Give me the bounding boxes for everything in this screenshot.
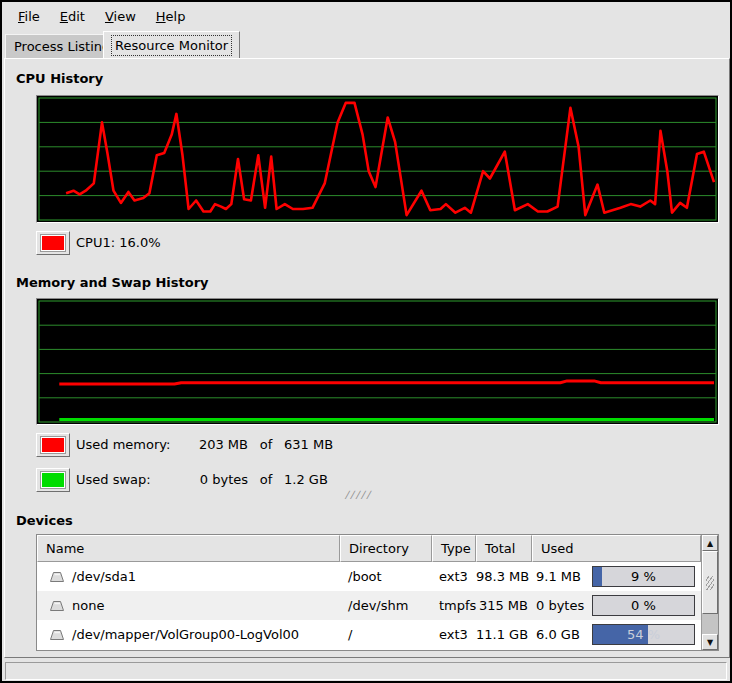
usage-progress-label: 54 %: [593, 625, 694, 644]
column-header-name[interactable]: Name: [37, 535, 340, 562]
used-swap-of: of: [248, 468, 284, 492]
column-header-type[interactable]: Type: [432, 535, 476, 562]
device-used-value: 9.1 MB: [536, 569, 581, 584]
menu-edit[interactable]: Edit: [50, 4, 95, 29]
device-directory-cell: /boot: [340, 569, 432, 584]
devices-table: Name Directory Type Total Used /dev/sda1…: [36, 534, 719, 651]
tab-resource-monitor-label: Resource Monitor: [112, 36, 231, 55]
cpu-color-swatch: [41, 235, 65, 251]
menu-help[interactable]: Help: [146, 4, 196, 29]
device-name-cell: /dev/mapper/VolGroup00-LogVol00: [37, 627, 340, 642]
used-memory-color-button[interactable]: [36, 433, 70, 457]
column-header-total[interactable]: Total: [476, 535, 532, 562]
disk-icon: [49, 571, 65, 583]
menu-view[interactable]: View: [95, 4, 146, 29]
notebook-body: CPU History CPU1: 16.0% Memory and Swap …: [4, 58, 730, 658]
used-swap-label: Used swap:: [76, 468, 182, 492]
device-name: /dev/mapper/VolGroup00-LogVol00: [72, 627, 299, 642]
cpu-section-title: CPU History: [16, 71, 103, 86]
device-directory-cell: /: [340, 627, 432, 642]
used-swap-total: 1.2 GB: [284, 468, 389, 492]
cpu-legend-label: CPU1: 16.0%: [76, 231, 161, 255]
menubar: File Edit View Help: [4, 2, 728, 30]
cpu-history-graph: [36, 95, 719, 223]
device-type-cell: ext3: [432, 627, 476, 642]
devices-table-header: Name Directory Type Total Used: [37, 535, 701, 562]
scroll-down-icon[interactable]: ▼: [702, 634, 718, 650]
devices-scrollbar[interactable]: ▲ ▼: [701, 535, 718, 650]
device-used-cell: 6.0 GB54 %: [532, 624, 701, 645]
devices-table-inner: Name Directory Type Total Used /dev/sda1…: [37, 535, 701, 650]
used-memory-color-swatch: [41, 437, 65, 453]
usage-progress-label: 9 %: [593, 567, 694, 586]
device-total-cell: 11.1 GB: [476, 627, 532, 642]
devices-section-title: Devices: [16, 513, 73, 528]
column-header-used[interactable]: Used: [532, 535, 701, 562]
device-directory-cell: /dev/shm: [340, 598, 432, 613]
device-name-cell: /dev/sda1: [37, 569, 340, 584]
pane-resize-grip[interactable]: /////: [345, 489, 372, 500]
device-total-cell: 315 MB: [476, 598, 532, 613]
used-swap-value: 0 bytes: [182, 468, 248, 492]
disk-icon: [49, 600, 65, 612]
used-memory-value: 203 MB: [182, 433, 248, 457]
scrollbar-thumb[interactable]: [702, 551, 718, 614]
disk-icon: [49, 629, 65, 641]
device-name-cell: none: [37, 598, 340, 613]
memory-swap-history-graph: [36, 298, 719, 425]
table-row[interactable]: none/dev/shmtmpfs315 MB0 bytes0 %: [37, 591, 701, 620]
table-row[interactable]: /dev/sda1/bootext398.3 MB9.1 MB9 %: [37, 562, 701, 591]
used-swap-legend: Used swap: 0 bytes of 1.2 GB: [76, 468, 389, 492]
device-used-cell: 9.1 MB9 %: [532, 566, 701, 587]
usage-progress-bar: 54 %: [592, 624, 695, 645]
devices-table-body: /dev/sda1/bootext398.3 MB9.1 MB9 %none/d…: [37, 562, 701, 649]
scroll-up-icon[interactable]: ▲: [702, 535, 718, 551]
usage-progress-bar: 9 %: [592, 566, 695, 587]
device-type-cell: tmpfs: [432, 598, 476, 613]
used-memory-of: of: [248, 433, 284, 457]
used-swap-color-swatch: [41, 472, 65, 488]
usage-progress-label: 0 %: [593, 596, 694, 615]
tab-resource-monitor[interactable]: Resource Monitor: [103, 31, 240, 58]
device-used-value: 6.0 GB: [536, 627, 580, 642]
statusbar: [5, 662, 727, 680]
menu-file[interactable]: File: [8, 4, 50, 29]
app-window: File Edit View Help Process Listing Reso…: [0, 0, 732, 683]
used-swap-color-button[interactable]: [36, 468, 70, 492]
column-header-directory[interactable]: Directory: [340, 535, 432, 562]
tabstrip: Process Listing Resource Monitor: [4, 31, 728, 58]
device-name: none: [72, 598, 104, 613]
usage-progress-bar: 0 %: [592, 595, 695, 616]
used-memory-legend: Used memory: 203 MB of 631 MB: [76, 433, 389, 457]
memory-section-title: Memory and Swap History: [16, 275, 209, 290]
device-total-cell: 98.3 MB: [476, 569, 532, 584]
cpu-color-button[interactable]: [36, 231, 70, 255]
device-type-cell: ext3: [432, 569, 476, 584]
used-memory-label: Used memory:: [76, 433, 182, 457]
table-row[interactable]: /dev/mapper/VolGroup00-LogVol00/ext311.1…: [37, 620, 701, 649]
used-memory-total: 631 MB: [284, 433, 389, 457]
device-used-value: 0 bytes: [536, 598, 584, 613]
device-used-cell: 0 bytes0 %: [532, 595, 701, 616]
device-name: /dev/sda1: [72, 569, 136, 584]
